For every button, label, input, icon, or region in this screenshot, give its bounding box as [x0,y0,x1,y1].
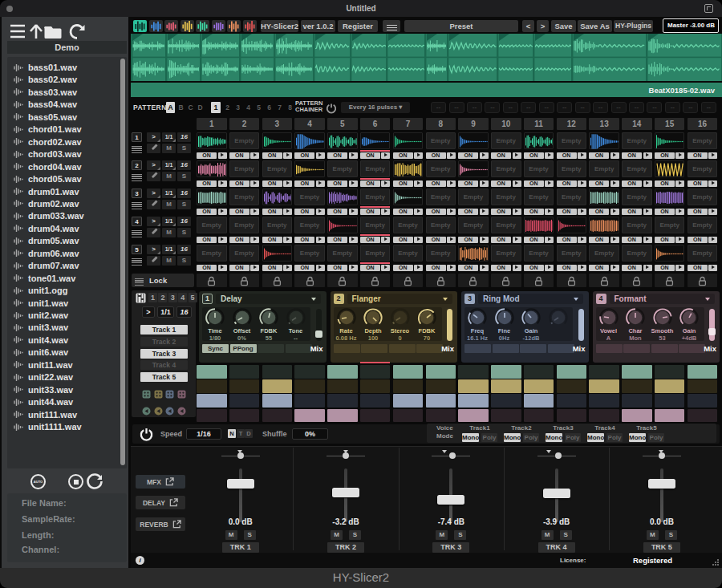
svg-text:BeatX0185-02.wav: BeatX0185-02.wav [649,86,716,95]
